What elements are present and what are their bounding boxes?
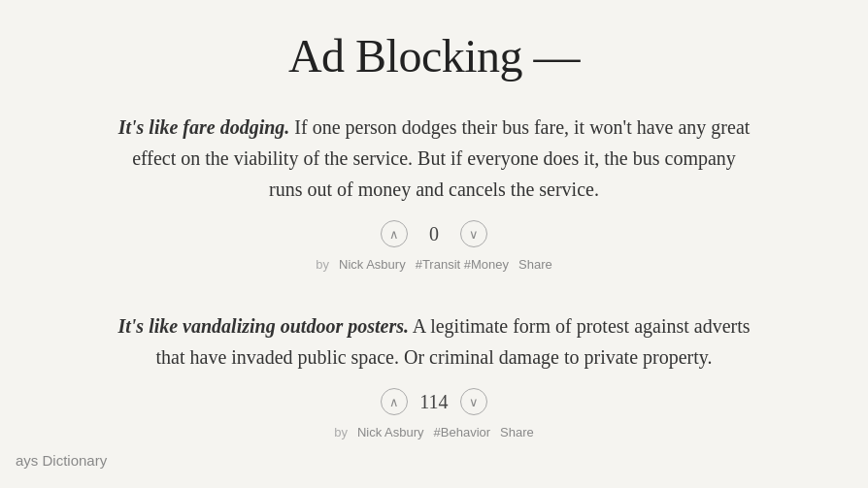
entry-2-text: It's like vandalizing outdoor posters. A…: [114, 310, 754, 373]
entry-1-share-button[interactable]: Share: [518, 257, 552, 272]
entry-2-bold: It's like vandalizing outdoor posters.: [117, 315, 409, 337]
chevron-down-icon: [469, 228, 479, 241]
chevron-up-icon-2: [389, 396, 399, 408]
entry-2-author-prefix: by: [334, 425, 348, 439]
entry-1-author: Nick Asbury: [339, 257, 406, 272]
entry-2-author: Nick Asbury: [357, 425, 424, 439]
footer-text: ays Dictionary: [16, 452, 107, 469]
entry-1: It's like fare dodging. If one person do…: [114, 112, 754, 272]
entry-2-meta-row: by Nick Asbury #Behavior Share: [114, 425, 754, 439]
entry-2-tags: #Behavior: [434, 425, 491, 439]
entry-2-upvote-button[interactable]: [381, 388, 408, 415]
entry-1-upvote-button[interactable]: [381, 220, 408, 247]
chevron-up-icon: [389, 228, 399, 241]
entry-1-tags: #Transit #Money: [416, 257, 509, 272]
chevron-down-icon-2: [469, 396, 479, 408]
site-footer: ays Dictionary: [16, 452, 107, 469]
entry-1-author-prefix: by: [316, 257, 329, 272]
entry-1-bold: It's like fare dodging.: [118, 116, 290, 138]
entry-1-vote-count: 0: [419, 223, 449, 245]
entry-2-vote-count: 114: [419, 391, 449, 413]
page-title: Ad Blocking —: [19, 29, 849, 82]
entry-2: It's like vandalizing outdoor posters. A…: [114, 310, 754, 439]
entry-2-share-button[interactable]: Share: [500, 425, 534, 439]
entry-2-vote-row: 114: [114, 388, 754, 415]
entry-1-meta-row: by Nick Asbury #Transit #Money Share: [114, 257, 754, 272]
entry-1-downvote-button[interactable]: [460, 220, 487, 247]
entry-2-downvote-button[interactable]: [460, 388, 487, 415]
entry-1-text: It's like fare dodging. If one person do…: [114, 112, 754, 205]
page-container: Ad Blocking — It's like fare dodging. If…: [0, 0, 868, 488]
entry-1-vote-row: 0: [114, 220, 754, 247]
